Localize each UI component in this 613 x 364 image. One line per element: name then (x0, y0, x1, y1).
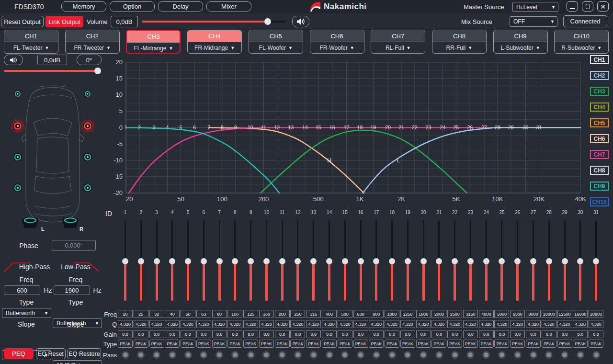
eq-q-cell[interactable]: 4,320 (463, 320, 478, 328)
eq-slider-track[interactable] (548, 220, 550, 262)
eq-pass-toggle[interactable] (561, 351, 568, 359)
eq-gain-cell[interactable]: 0,0 (181, 330, 195, 338)
eq-q-cell[interactable]: 4,320 (212, 320, 227, 328)
band-marker-4[interactable]: 4 (166, 125, 169, 130)
eq-type-button[interactable]: PEAK (573, 340, 588, 348)
eq-slider-track[interactable] (501, 220, 502, 262)
eq-pass-toggle[interactable] (545, 351, 553, 359)
eq-q-cell[interactable]: 4,320 (306, 320, 321, 328)
band-marker-27[interactable]: 27 (481, 125, 487, 130)
tab-speaker-assignment[interactable]: R-Subwoofer▼ (555, 42, 608, 54)
eq-type-button[interactable]: PEAK (243, 340, 258, 348)
eq-gain-cell[interactable]: 0,0 (385, 330, 399, 338)
eq-q-cell[interactable]: 4,320 (353, 320, 368, 328)
band-marker-21[interactable]: 21 (398, 125, 404, 130)
eq-pass-toggle[interactable] (200, 351, 207, 359)
eq-pass-toggle[interactable] (341, 351, 349, 359)
eq-q-cell[interactable]: 4,320 (542, 320, 556, 328)
eq-slider-thumb[interactable] (389, 258, 395, 264)
eq-slider-thumb[interactable] (232, 258, 238, 264)
crossover-handle-l[interactable]: L (397, 157, 400, 164)
band-marker-5[interactable]: 5 (179, 125, 182, 130)
reset-output-button[interactable]: Reset Output (1, 16, 44, 27)
eq-freq-cell[interactable]: 32 (149, 310, 164, 318)
master-source-select[interactable]: Hi.Level▼ (512, 2, 558, 12)
eq-gain-cell[interactable]: 0,0 (306, 330, 321, 338)
eq-pass-toggle[interactable] (373, 351, 380, 359)
band-marker-10[interactable]: 10 (248, 125, 253, 130)
tab-speaker-assignment[interactable]: FL-Woofer▼ (249, 42, 303, 54)
eq-q-cell[interactable]: 4,320 (259, 320, 274, 328)
minimize-button[interactable] (567, 1, 578, 11)
legend-ch4[interactable]: CH4 (590, 102, 609, 112)
eq-freq-cell[interactable]: 2500 (447, 310, 462, 318)
eq-pass-toggle[interactable] (122, 351, 129, 359)
eq-q-cell[interactable]: 4,320 (431, 320, 446, 328)
speaker-rr-full-icon[interactable] (83, 183, 92, 192)
eq-slider-track[interactable] (219, 220, 220, 262)
close-button[interactable]: ✕ (597, 1, 609, 11)
eq-slider-track[interactable] (125, 220, 126, 262)
eq-slider-track[interactable] (454, 220, 455, 262)
band-marker-7[interactable]: 7 (207, 125, 210, 130)
eq-type-button[interactable]: PEAK (416, 340, 431, 348)
legend-ch3[interactable]: CH3 (590, 87, 609, 96)
eq-type-button[interactable]: PEAK (385, 340, 399, 348)
eq-q-cell[interactable]: 4,320 (338, 320, 352, 328)
eq-q-cell[interactable]: 4,320 (494, 320, 509, 328)
eq-freq-cell[interactable]: 8000 (526, 310, 541, 318)
eq-freq-cell[interactable]: 20000 (589, 310, 603, 318)
eq-gain-cell[interactable]: 0,0 (322, 330, 337, 338)
legend-ch1[interactable]: CH1 (590, 55, 609, 64)
eq-pass-toggle[interactable] (577, 351, 584, 359)
mute-button[interactable] (292, 16, 309, 27)
eq-pass-toggle[interactable] (326, 351, 333, 359)
eq-freq-cell[interactable]: 40 (165, 310, 180, 318)
band-marker-11[interactable]: 11 (261, 125, 266, 130)
tab-speaker-assignment[interactable]: FL-Midrange▼ (127, 43, 180, 54)
channel-gain-slider-thumb[interactable] (94, 68, 101, 74)
eq-type-button[interactable]: PEAK (369, 340, 384, 348)
eq-gain-cell[interactable]: 0,0 (494, 330, 509, 338)
lowpass-slope-select[interactable]: 12dB/Oct▼ (53, 360, 102, 364)
menu-button-mixer[interactable]: Mixer (206, 1, 251, 11)
eq-type-button[interactable]: PEAK (479, 340, 494, 348)
eq-type-button[interactable]: PEAK (290, 340, 305, 348)
eq-gain-cell[interactable]: 0,0 (149, 330, 164, 338)
eq-slider-thumb[interactable] (405, 258, 411, 264)
eq-freq-cell[interactable]: 1250 (400, 310, 415, 318)
eq-pass-toggle[interactable] (435, 351, 443, 359)
tab-speaker-assignment[interactable]: RL-Full▼ (371, 42, 425, 54)
eq-slider-track[interactable] (423, 220, 424, 262)
channel-gain-value[interactable]: 0,0dB (37, 55, 67, 65)
menu-button-memory[interactable]: Memory (61, 1, 106, 11)
eq-slider-track[interactable] (595, 220, 597, 262)
tab-speaker-assignment[interactable]: FR-Woofer▼ (310, 42, 364, 54)
eq-slider-thumb[interactable] (295, 258, 301, 264)
band-marker-14[interactable]: 14 (302, 125, 308, 130)
band-marker-18[interactable]: 18 (357, 125, 363, 130)
eq-gain-cell[interactable]: 0,0 (400, 330, 415, 338)
eq-slider-track[interactable] (171, 220, 173, 262)
eq-freq-cell[interactable]: 12500 (557, 310, 572, 318)
eq-type-button[interactable]: PEAK (510, 340, 525, 348)
eq-type-button[interactable]: PEAK (526, 340, 541, 348)
legend-ch6[interactable]: CH6 (590, 134, 609, 143)
eq-freq-cell[interactable]: 20 (118, 310, 133, 318)
band-marker-25[interactable]: 25 (454, 125, 459, 130)
band-marker-16[interactable]: 16 (329, 125, 335, 130)
eq-slider-track[interactable] (517, 220, 518, 262)
eq-slider-thumb[interactable] (122, 258, 128, 264)
band-marker-19[interactable]: 19 (370, 125, 376, 130)
band-marker-31[interactable]: 31 (536, 125, 542, 130)
band-marker-13[interactable]: 13 (288, 125, 294, 130)
eq-q-cell[interactable]: 4,320 (510, 320, 525, 328)
eq-type-button[interactable]: PEAK (275, 340, 290, 348)
eq-freq-cell[interactable]: 50 (181, 310, 195, 318)
eq-pass-toggle[interactable] (294, 351, 302, 359)
eq-slider-track[interactable] (282, 220, 283, 262)
eq-reset-button[interactable]: EQ Reset (36, 348, 66, 359)
eq-type-button[interactable]: PEAK (134, 340, 148, 348)
eq-type-button[interactable]: PEAK (338, 340, 352, 348)
frequency-response-chart[interactable]: 20151050-5-10-15-2020501002005001K2K5K10… (104, 54, 613, 212)
